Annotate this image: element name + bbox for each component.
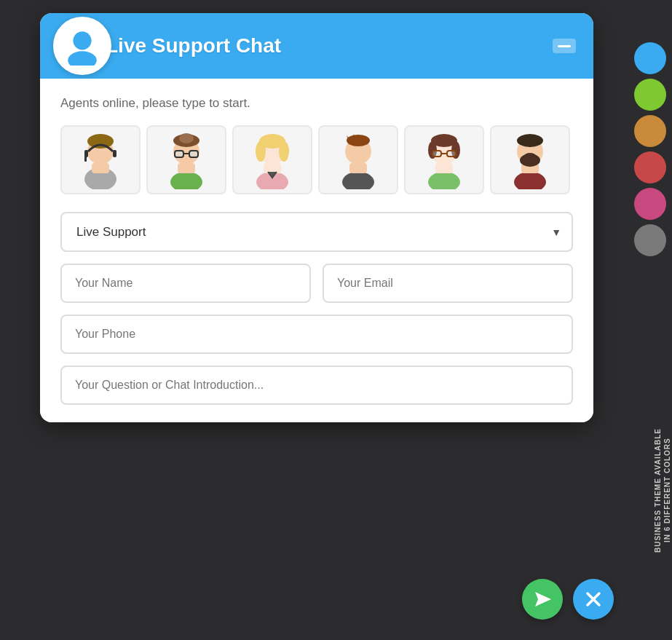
email-input[interactable] bbox=[323, 264, 573, 303]
agent-avatar-5[interactable] bbox=[404, 125, 484, 194]
department-select[interactable]: Live Support Sales Technical Support Bil… bbox=[60, 212, 573, 252]
agent-avatar-4[interactable] bbox=[318, 125, 398, 194]
svg-point-45 bbox=[524, 153, 536, 159]
svg-marker-46 bbox=[535, 592, 551, 607]
svg-rect-7 bbox=[113, 150, 116, 157]
name-input[interactable] bbox=[60, 264, 311, 303]
chat-title: Live Support Chat bbox=[106, 34, 281, 58]
svg-rect-14 bbox=[175, 151, 183, 157]
send-button[interactable] bbox=[522, 579, 563, 620]
theme-label: BUSINESS THEME AVAILABLEIN 6 DIFFERENT C… bbox=[653, 428, 672, 553]
agent-avatar-6[interactable] bbox=[490, 125, 570, 194]
swatch-orange[interactable] bbox=[634, 115, 666, 147]
svg-point-9 bbox=[170, 172, 202, 189]
svg-rect-10 bbox=[178, 163, 195, 173]
color-swatches bbox=[628, 36, 672, 262]
svg-point-31 bbox=[428, 172, 460, 189]
status-text: Agents online, please type to start. bbox=[60, 96, 573, 111]
svg-point-21 bbox=[256, 141, 266, 162]
svg-point-1 bbox=[68, 51, 97, 66]
close-button[interactable] bbox=[573, 579, 614, 620]
swatch-gray[interactable] bbox=[634, 224, 666, 256]
svg-rect-8 bbox=[84, 156, 87, 162]
agent-avatar-1[interactable] bbox=[60, 125, 141, 194]
svg-point-43 bbox=[517, 134, 543, 147]
svg-rect-37 bbox=[432, 151, 441, 157]
svg-rect-18 bbox=[264, 163, 281, 173]
swatch-blue[interactable] bbox=[634, 42, 666, 74]
svg-point-0 bbox=[73, 31, 91, 50]
minimize-button[interactable] bbox=[553, 39, 576, 53]
phone-input[interactable] bbox=[60, 315, 573, 354]
svg-point-40 bbox=[514, 172, 546, 189]
swatch-green[interactable] bbox=[634, 79, 666, 111]
department-select-wrapper: Live Support Sales Technical Support Bil… bbox=[60, 212, 573, 252]
svg-rect-15 bbox=[189, 151, 198, 157]
agent-avatar-3[interactable] bbox=[232, 125, 312, 194]
question-input[interactable] bbox=[60, 366, 573, 405]
svg-rect-4 bbox=[92, 163, 109, 173]
svg-rect-32 bbox=[435, 163, 453, 173]
swatch-pink[interactable] bbox=[634, 188, 666, 220]
chat-body: Agents online, please type to start. bbox=[40, 79, 593, 422]
avatar bbox=[53, 17, 111, 75]
agent-avatar-2[interactable] bbox=[146, 125, 226, 194]
name-email-row bbox=[60, 264, 573, 303]
chat-header: Live Support Chat bbox=[40, 13, 593, 79]
svg-rect-38 bbox=[447, 151, 456, 157]
chat-widget: Live Support Chat Agents online, please … bbox=[40, 13, 593, 422]
action-buttons bbox=[522, 579, 614, 620]
svg-point-5 bbox=[87, 134, 114, 149]
svg-point-23 bbox=[342, 172, 374, 189]
svg-point-13 bbox=[179, 133, 194, 143]
swatch-red[interactable] bbox=[634, 151, 666, 183]
svg-point-22 bbox=[279, 141, 289, 162]
svg-rect-24 bbox=[349, 163, 367, 173]
agents-grid bbox=[60, 125, 573, 194]
